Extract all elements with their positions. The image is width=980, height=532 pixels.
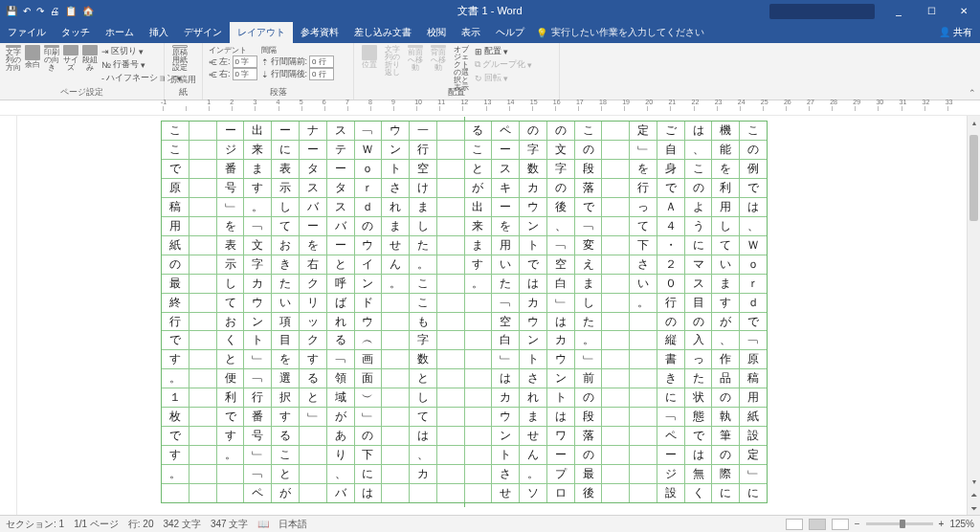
view-print-layout-button[interactable]	[809, 519, 826, 530]
grid-cell: ｒ	[355, 179, 382, 198]
qa-redo-icon[interactable]: ↷	[36, 6, 44, 16]
grid-cell: Ｗ	[355, 141, 382, 160]
horizontal-ruler[interactable]: -112345678910111213141516171819202122232…	[0, 100, 980, 116]
group-button[interactable]: ⧉ グループ化 ▾	[475, 58, 532, 71]
next-page-button[interactable]: ⏷	[968, 501, 980, 515]
align-button[interactable]: ⊞ 配置 ▾	[475, 45, 532, 57]
tab-layout[interactable]: レイアウト	[230, 22, 293, 43]
grid-cell: 紙	[740, 408, 767, 427]
close-button[interactable]: ✕	[947, 0, 980, 22]
columns-button[interactable]: 段組み	[82, 45, 98, 72]
grid-cell: ー	[657, 446, 684, 465]
grid-cell	[437, 388, 464, 408]
position-button[interactable]: 位置	[360, 45, 379, 72]
grid-cell: ン	[244, 313, 271, 332]
send-backward-button[interactable]: 背面へ移動	[429, 45, 448, 72]
tab-mailings[interactable]: 差し込み文書	[346, 22, 419, 43]
zoom-out-button[interactable]: −	[855, 519, 860, 529]
user-badge[interactable]	[769, 4, 875, 19]
scroll-thumb[interactable]	[969, 135, 978, 221]
grid-cell: 終	[162, 294, 189, 313]
rotate-button[interactable]: ↻ 回転 ▾	[475, 72, 532, 84]
prev-page-button[interactable]: ⏶	[968, 488, 980, 501]
grid-cell: ー	[300, 141, 326, 160]
ribbon-group-arrange: 位置 文字列の折り返し 前面へ移動 背面へ移動 オブジェクトの選択と表示 ⊞ 配…	[354, 43, 560, 100]
grid-cell: ま	[712, 275, 739, 294]
grid-cell: 示	[272, 179, 299, 198]
bring-forward-button[interactable]: 前面へ移動	[406, 45, 425, 72]
tab-insert[interactable]: 挿入	[142, 22, 176, 43]
status-proofing-icon[interactable]: 📖	[257, 519, 269, 529]
wrap-text-button[interactable]: 文字列の折り返し	[383, 45, 402, 72]
minimize-button[interactable]: ⎯	[882, 0, 915, 22]
text-direction-button[interactable]: 文字列の方向	[6, 45, 21, 72]
grid-cell: 落	[575, 179, 602, 198]
scroll-down-button[interactable]: ▾	[968, 475, 980, 488]
grid-cell: ペ	[244, 484, 271, 502]
grid-cell: ﹁	[657, 408, 684, 427]
grid-column	[601, 122, 629, 502]
qa-print-icon[interactable]: 🖨	[50, 6, 59, 16]
grid-cell: ﹂	[300, 408, 326, 427]
zoom-in-button[interactable]: +	[939, 519, 945, 529]
scroll-up-button[interactable]: ▴	[968, 116, 980, 129]
qa-home-icon[interactable]: 🏠	[82, 6, 94, 16]
tab-home[interactable]: ホーム	[98, 22, 142, 43]
tab-view[interactable]: 表示	[454, 22, 488, 43]
indent-left[interactable]: ⥺ 左:0 字	[209, 55, 257, 68]
maximize-button[interactable]: ☐	[915, 0, 947, 22]
indent-right[interactable]: ⥺ 右:0 字	[209, 68, 257, 80]
status-char-count[interactable]: 347 文字	[211, 518, 248, 531]
zoom-level[interactable]: 125%	[949, 519, 974, 529]
status-word-count[interactable]: 342 文字	[164, 518, 201, 531]
grid-cell	[602, 331, 629, 350]
status-line[interactable]: 行: 20	[128, 518, 154, 531]
vertical-scrollbar[interactable]: ▴ ▾ ⏶ ⏷	[967, 116, 980, 515]
qa-paste-icon[interactable]: 📋	[65, 6, 77, 16]
view-read-mode-button[interactable]	[786, 519, 803, 530]
collapse-ribbon-button[interactable]: ⌃	[969, 88, 976, 98]
share-button[interactable]: 👤 共有	[939, 26, 972, 39]
status-language[interactable]: 日本語	[278, 518, 307, 531]
status-page[interactable]: 1/1 ページ	[74, 518, 119, 531]
grid-cell: あ	[327, 427, 354, 446]
qa-undo-icon[interactable]: ↶	[23, 6, 31, 16]
grid-cell: で	[162, 160, 189, 179]
grid-cell: ト	[244, 331, 271, 350]
size-button[interactable]: サイズ	[63, 45, 78, 72]
grid-cell	[437, 217, 464, 236]
grid-cell: が	[465, 179, 492, 198]
tab-file[interactable]: ファイル	[0, 22, 54, 43]
grid-cell: ０	[657, 275, 684, 294]
grid-cell: ッ	[300, 313, 326, 332]
document-page[interactable]: この例では、Ｗｏｒｄで﹁原稿用紙設定﹂に機能を利用していますが、作品の執筆の際に…	[17, 116, 980, 515]
zoom-slider[interactable]	[866, 522, 933, 525]
spacing-before[interactable]: ⇡ 行間隔前:0 行	[261, 55, 335, 68]
selection-pane-button[interactable]: オブジェクトの選択と表示	[452, 45, 471, 72]
orientation-button[interactable]: 印刷の向き	[44, 45, 59, 72]
view-web-layout-button[interactable]	[832, 519, 849, 530]
status-bar: セクション: 1 1/1 ページ 行: 20 342 文字 347 文字 📖 日…	[0, 515, 980, 532]
grid-cell: カ	[547, 331, 574, 350]
grid-cell	[437, 255, 464, 275]
grid-cell: 用	[712, 198, 739, 217]
tab-touch[interactable]: タッチ	[54, 22, 98, 43]
tab-references[interactable]: 参考資料	[293, 22, 346, 43]
genkouyoushi-settings-button[interactable]: 原稿用紙設定	[170, 45, 189, 72]
margins-button[interactable]: 余白	[25, 45, 40, 72]
grid-cell: ン	[382, 141, 409, 160]
tell-me-search[interactable]: 💡 実行したい作業を入力してください	[536, 26, 704, 39]
tab-review[interactable]: 校閲	[419, 22, 454, 43]
grid-cell	[630, 408, 657, 427]
grid-cell: は	[740, 198, 767, 217]
grid-cell: ﹂	[575, 350, 602, 369]
spacing-after[interactable]: ⇣ 行間隔後:0 行	[261, 68, 335, 80]
grid-cell: い	[712, 255, 739, 275]
tab-help[interactable]: ヘルプ	[488, 22, 532, 43]
vertical-ruler[interactable]	[0, 116, 17, 515]
tab-design[interactable]: デザイン	[176, 22, 230, 43]
status-section[interactable]: セクション: 1	[6, 518, 64, 531]
ribbon: 文字列の方向 余白 印刷の向き サイズ 段組み ⇥ 区切り ▾ № 行番号 ▾ …	[0, 43, 980, 100]
qa-save-icon[interactable]: 💾	[6, 6, 17, 16]
grid-cell: す	[465, 255, 492, 275]
